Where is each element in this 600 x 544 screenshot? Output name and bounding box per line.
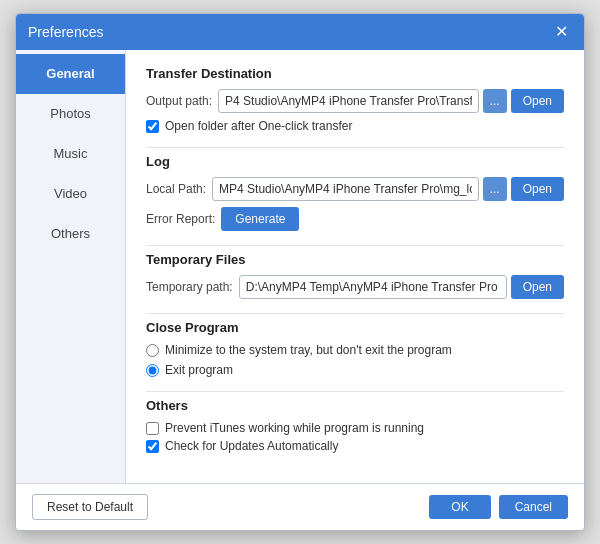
exit-radio-label: Exit program	[165, 363, 233, 377]
temp-path-open-button[interactable]: Open	[511, 275, 564, 299]
sidebar-item-video[interactable]: Video	[16, 174, 125, 214]
log-path-input[interactable]	[212, 177, 479, 201]
transfer-destination-section: Transfer Destination Output path: ... Op…	[146, 66, 564, 133]
title-bar: Preferences ✕	[16, 14, 584, 50]
output-path-label: Output path:	[146, 94, 212, 108]
others-title: Others	[146, 398, 564, 413]
sidebar-item-general[interactable]: General	[16, 54, 125, 94]
temp-path-label: Temporary path:	[146, 280, 233, 294]
temp-files-title: Temporary Files	[146, 252, 564, 267]
minimize-radio-row: Minimize to the system tray, but don't e…	[146, 343, 564, 357]
log-path-row: Local Path: ... Open	[146, 177, 564, 201]
log-path-label: Local Path:	[146, 182, 206, 196]
sidebar-item-photos[interactable]: Photos	[16, 94, 125, 134]
output-path-row: Output path: ... Open	[146, 89, 564, 113]
log-path-open-button[interactable]: Open	[511, 177, 564, 201]
exit-radio-row: Exit program	[146, 363, 564, 377]
footer: Reset to Default OK Cancel	[16, 483, 584, 530]
open-folder-checkbox[interactable]	[146, 120, 159, 133]
log-path-ellipsis-button[interactable]: ...	[483, 177, 507, 201]
generate-button[interactable]: Generate	[221, 207, 299, 231]
dialog-title: Preferences	[28, 24, 103, 40]
preferences-dialog: Preferences ✕ General Photos Music Video…	[15, 13, 585, 531]
prevent-itunes-label: Prevent iTunes working while program is …	[165, 421, 424, 435]
close-program-title: Close Program	[146, 320, 564, 335]
check-updates-checkbox[interactable]	[146, 440, 159, 453]
prevent-itunes-row: Prevent iTunes working while program is …	[146, 421, 564, 435]
output-path-ellipsis-button[interactable]: ...	[483, 89, 507, 113]
minimize-radio[interactable]	[146, 344, 159, 357]
prevent-itunes-checkbox[interactable]	[146, 422, 159, 435]
sidebar-item-others[interactable]: Others	[16, 214, 125, 254]
minimize-radio-label: Minimize to the system tray, but don't e…	[165, 343, 452, 357]
temp-path-row: Temporary path: Open	[146, 275, 564, 299]
close-program-section: Close Program Minimize to the system tra…	[146, 320, 564, 377]
ok-button[interactable]: OK	[429, 495, 490, 519]
error-report-row: Error Report: Generate	[146, 207, 564, 231]
error-report-label: Error Report:	[146, 212, 215, 226]
output-path-input[interactable]	[218, 89, 479, 113]
main-panel: Transfer Destination Output path: ... Op…	[126, 50, 584, 483]
close-button[interactable]: ✕	[551, 22, 572, 42]
footer-right: OK Cancel	[429, 495, 568, 519]
log-title: Log	[146, 154, 564, 169]
transfer-destination-title: Transfer Destination	[146, 66, 564, 81]
temp-files-section: Temporary Files Temporary path: Open	[146, 252, 564, 299]
output-path-open-button[interactable]: Open	[511, 89, 564, 113]
reset-to-default-button[interactable]: Reset to Default	[32, 494, 148, 520]
temp-path-input[interactable]	[239, 275, 507, 299]
content-area: General Photos Music Video Others Transf…	[16, 50, 584, 483]
sidebar-item-music[interactable]: Music	[16, 134, 125, 174]
others-section: Others Prevent iTunes working while prog…	[146, 398, 564, 453]
check-updates-row: Check for Updates Automatically	[146, 439, 564, 453]
check-updates-label: Check for Updates Automatically	[165, 439, 338, 453]
open-folder-label: Open folder after One-click transfer	[165, 119, 352, 133]
cancel-button[interactable]: Cancel	[499, 495, 568, 519]
log-section: Log Local Path: ... Open Error Report: G…	[146, 154, 564, 231]
sidebar: General Photos Music Video Others	[16, 50, 126, 483]
exit-radio[interactable]	[146, 364, 159, 377]
open-folder-row: Open folder after One-click transfer	[146, 119, 564, 133]
